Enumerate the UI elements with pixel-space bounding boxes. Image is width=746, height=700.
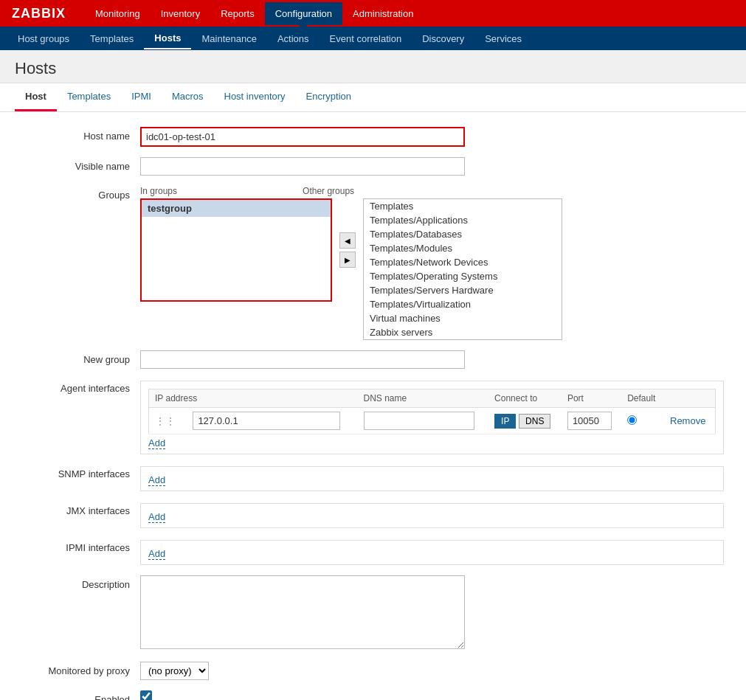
other-group-templates-modules[interactable]: Templates/Modules bbox=[364, 241, 562, 255]
enabled-label: Enabled bbox=[22, 690, 140, 700]
subnav-discovery[interactable]: Discovery bbox=[412, 29, 474, 49]
nav-configuration[interactable]: Configuration bbox=[265, 2, 342, 25]
subnav-templates[interactable]: Templates bbox=[80, 29, 144, 49]
move-left-button[interactable]: ◀ bbox=[339, 232, 356, 249]
nav-administration[interactable]: Administration bbox=[342, 2, 424, 25]
enabled-field bbox=[140, 690, 724, 700]
arrow-buttons: ◀ ▶ bbox=[339, 198, 356, 302]
other-group-templates-os[interactable]: Templates/Operating Systems bbox=[364, 269, 562, 283]
other-group-virtual-machines[interactable]: Virtual machines bbox=[364, 311, 562, 325]
default-radio[interactable] bbox=[627, 415, 637, 425]
host-name-label: Host name bbox=[22, 127, 140, 142]
subnav-hosts[interactable]: Hosts bbox=[144, 28, 191, 49]
top-nav-links: Monitoring Inventory Reports Configurati… bbox=[85, 2, 424, 25]
dns-name-header: DNS name bbox=[358, 389, 489, 408]
other-group-templates-db[interactable]: Templates/Databases bbox=[364, 227, 562, 241]
other-group-templates-apps[interactable]: Templates/Applications bbox=[364, 213, 562, 227]
jmx-interfaces-field: Add bbox=[140, 502, 724, 528]
add-jmx-interface-link[interactable]: Add bbox=[148, 511, 165, 523]
new-group-label: New group bbox=[22, 350, 140, 365]
agent-interfaces-label: Agent interfaces bbox=[22, 379, 140, 394]
ipmi-interfaces-row: IPMI interfaces Add bbox=[22, 538, 724, 565]
nav-monitoring[interactable]: Monitoring bbox=[85, 2, 151, 25]
tab-ipmi[interactable]: IPMI bbox=[121, 83, 162, 111]
jmx-interfaces-label: JMX interfaces bbox=[22, 502, 140, 516]
groups-field: In groups Other groups testgroup ◀ ▶ Tem… bbox=[140, 186, 724, 340]
other-group-templates-virt[interactable]: Templates/Virtualization bbox=[364, 297, 562, 311]
tab-bar: Host Templates IPMI Macros Host inventor… bbox=[0, 83, 746, 112]
visible-name-input[interactable] bbox=[140, 157, 465, 176]
snmp-interfaces-field: Add bbox=[140, 465, 724, 491]
in-group-testgroup[interactable]: testgroup bbox=[142, 200, 331, 217]
tab-encryption[interactable]: Encryption bbox=[296, 83, 362, 111]
description-row: Description bbox=[22, 575, 724, 651]
visible-name-label: Visible name bbox=[22, 157, 140, 172]
other-groups-box[interactable]: Templates Templates/Applications Templat… bbox=[363, 198, 562, 340]
tab-macros[interactable]: Macros bbox=[162, 83, 214, 111]
nav-reports[interactable]: Reports bbox=[210, 2, 265, 25]
new-group-row: New group bbox=[22, 350, 724, 369]
main-content: Host name Visible name Groups In groups … bbox=[0, 112, 746, 700]
subnav-host-groups[interactable]: Host groups bbox=[7, 29, 80, 49]
nav-inventory[interactable]: Inventory bbox=[151, 2, 210, 25]
other-group-templates-servers[interactable]: Templates/Servers Hardware bbox=[364, 283, 562, 297]
remove-interface-link[interactable]: Remove bbox=[670, 415, 705, 426]
page-header: Hosts bbox=[0, 50, 746, 83]
connect-to-cell: IP DNS bbox=[488, 408, 562, 434]
host-name-row: Host name bbox=[22, 127, 724, 147]
tab-host-inventory[interactable]: Host inventory bbox=[214, 83, 296, 111]
port-input[interactable] bbox=[567, 412, 612, 430]
visible-name-field bbox=[140, 157, 724, 176]
groups-label: Groups bbox=[22, 186, 140, 201]
action-header bbox=[664, 389, 716, 408]
other-groups-header: Other groups bbox=[303, 186, 354, 196]
enabled-checkbox[interactable] bbox=[140, 690, 152, 700]
proxy-label: Monitored by proxy bbox=[22, 662, 140, 676]
connect-to-header: Connect to bbox=[488, 389, 562, 408]
host-name-input[interactable] bbox=[140, 127, 465, 147]
top-navigation: ZABBIX Monitoring Inventory Reports Conf… bbox=[0, 0, 746, 27]
dns-name-input[interactable] bbox=[364, 412, 474, 430]
tab-host[interactable]: Host bbox=[15, 83, 57, 111]
connect-ip-button[interactable]: IP bbox=[494, 414, 516, 429]
add-agent-interface-link[interactable]: Add bbox=[148, 437, 165, 449]
subnav-event-correlation[interactable]: Event correlation bbox=[320, 29, 412, 49]
groups-header: In groups Other groups bbox=[140, 186, 724, 198]
sub-navigation: Host groups Templates Hosts Maintenance … bbox=[0, 27, 746, 50]
description-textarea[interactable] bbox=[140, 575, 465, 649]
drag-handle-icon[interactable]: ⋮⋮ bbox=[155, 415, 176, 427]
ipmi-interfaces-field: Add bbox=[140, 538, 724, 565]
other-group-templates[interactable]: Templates bbox=[364, 199, 562, 213]
jmx-interfaces-section: Add bbox=[140, 503, 724, 528]
in-groups-box[interactable]: testgroup bbox=[140, 198, 332, 302]
add-snmp-interface-link[interactable]: Add bbox=[148, 474, 165, 486]
other-group-templates-network[interactable]: Templates/Network Devices bbox=[364, 255, 562, 269]
subnav-actions[interactable]: Actions bbox=[267, 29, 320, 49]
add-ipmi-interface-link[interactable]: Add bbox=[148, 548, 165, 560]
description-field bbox=[140, 575, 724, 651]
proxy-row: Monitored by proxy (no proxy) bbox=[22, 662, 724, 680]
description-label: Description bbox=[22, 575, 140, 590]
tab-templates[interactable]: Templates bbox=[57, 83, 121, 111]
port-header: Port bbox=[562, 389, 621, 408]
snmp-interfaces-row: SNMP interfaces Add bbox=[22, 465, 724, 491]
groups-row: Groups In groups Other groups testgroup … bbox=[22, 186, 724, 340]
connect-dns-button[interactable]: DNS bbox=[519, 414, 550, 429]
ip-address-cell bbox=[187, 408, 357, 434]
default-header: Default bbox=[621, 389, 664, 408]
host-name-field bbox=[140, 127, 724, 147]
subnav-services[interactable]: Services bbox=[474, 29, 532, 49]
ipmi-interfaces-label: IPMI interfaces bbox=[22, 538, 140, 553]
ip-address-input[interactable] bbox=[193, 412, 340, 430]
proxy-select[interactable]: (no proxy) bbox=[140, 662, 209, 680]
drag-handle-cell: ⋮⋮ bbox=[149, 408, 187, 434]
other-group-zabbix-servers[interactable]: Zabbix servers bbox=[364, 325, 562, 339]
jmx-interfaces-row: JMX interfaces Add bbox=[22, 502, 724, 528]
enabled-row: Enabled bbox=[22, 690, 724, 700]
new-group-input[interactable] bbox=[140, 350, 465, 369]
page-title: Hosts bbox=[15, 59, 731, 78]
subnav-maintenance[interactable]: Maintenance bbox=[191, 29, 266, 49]
ip-address-header: IP address bbox=[149, 389, 358, 408]
logo-text: ZABBIX bbox=[12, 6, 66, 21]
move-right-button[interactable]: ▶ bbox=[339, 252, 356, 268]
